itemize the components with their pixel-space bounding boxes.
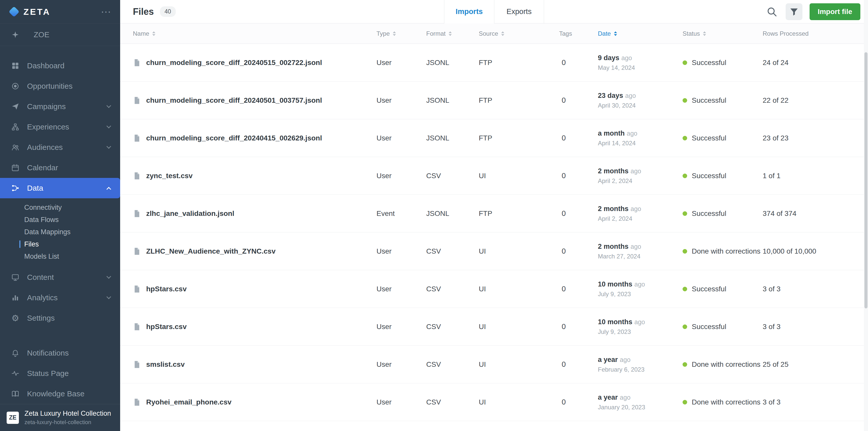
cell-rows-processed: 25 of 25 [763,360,856,369]
cell-status: Successful [683,172,763,180]
sidebar-item-analytics[interactable]: Analytics [0,288,120,308]
sidebar-item-status-page[interactable]: Status Page [0,363,120,384]
cell-date: 9 daysago May 14, 2024 [598,54,683,71]
cell-status: Successful [683,59,763,67]
table-row[interactable]: hpStars.csv User CSV UI 0 10 monthsago J… [120,308,868,345]
sidebar-item-content[interactable]: Content [0,267,120,288]
cell-type: User [376,398,426,406]
cell-date: 2 monthsago April 2, 2024 [598,205,683,222]
file-icon [133,96,141,105]
analytics-icon [10,293,21,303]
date-relative: a month [598,130,625,137]
cell-tags: 0 [559,96,598,104]
status-label: Successful [692,209,726,218]
file-icon [133,171,141,180]
column-header-name[interactable]: Name [133,30,376,37]
scrollbar-thumb[interactable] [864,52,867,308]
zoe-label: ZOE [34,30,50,39]
files-count-badge: 40 [160,6,176,17]
chevron-down-icon [106,294,111,299]
file-name: hpStars.csv [146,285,187,293]
sidebar-item-settings[interactable]: ⚙ Settings [0,308,120,328]
table-row[interactable]: zlhc_jane_validation.jsonl Event JSONL F… [120,195,868,232]
cell-date: a yearago January 20, 2023 [598,394,683,411]
sidebar-item-audiences[interactable]: Audiences [0,137,120,158]
table-row[interactable]: zync_test.csv User CSV UI 0 2 monthsago … [120,157,868,195]
sidebar-item-knowledge-base[interactable]: Knowledge Base [0,384,120,404]
header-actions: Import file [765,3,860,20]
tab-exports[interactable]: Exports [494,0,544,23]
sidebar-item-opportunities[interactable]: Opportunities [0,76,120,96]
column-header-format[interactable]: Format [426,30,479,37]
file-name: churn_modeling_score_diff_20240501_00375… [146,96,322,104]
file-icon [133,58,141,67]
pulse-icon [10,368,21,378]
file-name: zlhc_jane_validation.jsonl [146,209,234,218]
cell-format: CSV [426,323,479,331]
sort-icon [703,31,706,36]
cell-rows-processed: 374 of 374 [763,209,856,218]
filter-button[interactable] [785,3,802,20]
sidebar-item-campaigns[interactable]: Campaigns [0,96,120,117]
sidebar-subitem-data-mappings[interactable]: Data Mappings [0,226,120,238]
cell-source: FTP [479,209,559,218]
cell-format: CSV [426,285,479,293]
account-slug: zeta-luxury-hotel-collection [25,419,111,426]
table-row[interactable]: hpStars.csv User CSV UI 0 10 monthsago J… [120,270,868,308]
column-header-source[interactable]: Source [479,30,559,37]
sidebar-item-experiences[interactable]: Experiences [0,117,120,137]
sidebar-item-zoe[interactable]: ZOE [0,24,120,46]
date-absolute: February 6, 2023 [598,366,683,373]
file-name: smslist.csv [146,360,185,369]
table-row[interactable]: churn_modeling_score_diff_20240501_00375… [120,81,868,119]
column-header-tags: Tags [559,30,598,37]
status-dot [683,60,687,65]
table-row[interactable]: churn_modeling_score_diff_20240515_00272… [120,44,868,81]
sidebar-subitem-models-list[interactable]: Models List [0,250,120,263]
date-suffix: ago [620,394,630,401]
zeta-logo[interactable]: ZETA [10,7,51,17]
date-absolute: March 27, 2024 [598,253,683,260]
date-relative: 10 months [598,280,632,288]
column-label: Source [479,30,498,37]
status-dot [683,136,687,140]
date-absolute: April 2, 2024 [598,177,683,185]
sidebar-item-notifications[interactable]: Notifications [0,343,120,363]
sidebar-item-label: Data [27,184,107,192]
sidebar-menu-icon[interactable]: ⋯ [101,9,111,14]
cell-source: FTP [479,96,559,104]
column-label: Date [598,30,611,37]
sidebar-item-data[interactable]: Data [0,178,120,198]
book-icon [10,389,21,399]
column-label: Format [426,30,445,37]
date-relative: 23 days [598,92,623,99]
table-row[interactable]: smslist.csv User CSV UI 0 a yearago Febr… [120,345,868,383]
zeta-logo-icon [9,6,20,17]
cell-status: Successful [683,134,763,142]
cell-source: UI [479,360,559,369]
column-header-status[interactable]: Status [683,30,763,37]
column-header-date[interactable]: Date [598,30,683,37]
tab-imports[interactable]: Imports [444,0,494,23]
table-row[interactable]: ZLHC_New_Audience_with_ZYNC.csv User CSV… [120,232,868,270]
date-suffix: ago [634,280,645,288]
column-header-type[interactable]: Type [376,30,426,37]
search-button[interactable] [765,5,778,19]
sidebar-item-calendar[interactable]: Calendar [0,158,120,178]
sidebar-subitem-connectivity[interactable]: Connectivity [0,201,120,213]
sidebar-subitem-files[interactable]: Files [0,238,120,250]
import-file-button[interactable]: Import file [810,3,860,20]
sidebar-subitem-data-flows[interactable]: Data Flows [0,213,120,226]
sort-icon [152,31,155,36]
account-switcher[interactable]: ZE Zeta Luxury Hotel Collection zeta-lux… [0,404,120,431]
campaigns-icon [10,101,21,112]
table-row[interactable]: Ryohei_email_phone.csv User CSV UI 0 a y… [120,383,868,421]
scrollbar-track[interactable] [864,0,868,431]
sidebar-item-dashboard[interactable]: Dashboard [0,56,120,76]
subitem-label: Data Flows [24,216,59,224]
table-row[interactable]: churn_modeling_score_diff_20240415_00262… [120,119,868,157]
cell-source: UI [479,172,559,180]
date-relative: 2 months [598,167,628,175]
cell-format: JSONL [426,209,479,218]
cell-tags: 0 [559,134,598,142]
